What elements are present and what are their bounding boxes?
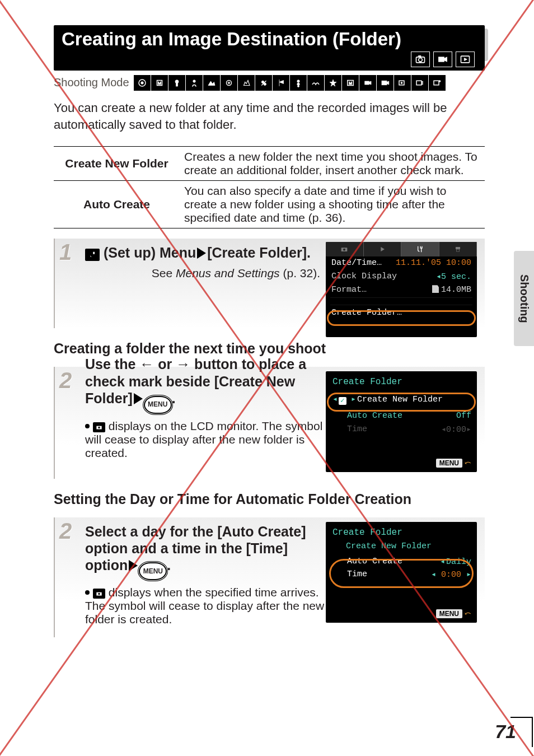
- svg-point-33: [98, 426, 100, 428]
- svg-rect-25: [434, 81, 439, 85]
- mode-icon-2: M: [151, 75, 168, 91]
- screen3-row2: Auto Create ◂Daily: [326, 553, 477, 568]
- svg-text:M: M: [157, 81, 161, 86]
- screen3-title: Create Folder: [326, 522, 477, 540]
- svg-point-35: [98, 593, 100, 595]
- screen3-menu-return: MENU⤺: [436, 608, 471, 618]
- mode-icon-4: [186, 75, 203, 91]
- mode-icon-6: [221, 75, 237, 91]
- step1-heading: (Set up) Menu[Create Folder].: [85, 244, 320, 261]
- page-number: 71: [495, 721, 516, 743]
- step2b-heading: Select a day for the [Auto Create] optio…: [85, 523, 320, 580]
- mode-icon-14: [359, 75, 376, 91]
- camera-screen-1: Date/Time… 11.11.'05 10:00 Clock Display…: [326, 242, 477, 337]
- row1-desc: Creates a new folder the next time you s…: [180, 147, 485, 181]
- screen2-row1: ◂✓▸Create New Folder: [326, 389, 477, 409]
- movie-icon: [433, 52, 452, 67]
- shooting-mode-row: Shooting Mode M M: [54, 75, 485, 91]
- svg-point-28: [343, 249, 345, 251]
- screen2-title: Create Folder: [326, 371, 477, 389]
- tools-icon: [85, 249, 100, 261]
- left-arrow-icon: ←: [139, 356, 154, 372]
- screen2-row3: Time ◂0:00▸: [326, 422, 477, 436]
- step-number: 2: [59, 368, 72, 393]
- row1-label: Create New Folder: [54, 147, 180, 181]
- screen-row-format: Format… 14.0MB: [326, 283, 477, 296]
- screen-row-create-folder: Create Folder…: [326, 306, 477, 319]
- svg-rect-24: [416, 81, 421, 85]
- camera-screen-3: Create Folder Create New Folder Auto Cre…: [326, 522, 477, 623]
- mode-icon-10: [290, 75, 307, 91]
- folder-cam-icon: [93, 422, 105, 432]
- options-table: Create New Folder Creates a new folder t…: [54, 146, 485, 228]
- mode-icon-16: [394, 75, 411, 91]
- step2a-subtext: displays on the LCD monitor. The symbol …: [85, 419, 326, 460]
- mode-icon-9: [273, 75, 289, 91]
- applicable-modes: [62, 52, 479, 67]
- screen2-menu-return: MENU⤺: [436, 458, 471, 468]
- svg-point-17: [297, 85, 299, 87]
- mode-icon-12: [325, 75, 341, 91]
- svg-point-16: [297, 83, 299, 86]
- svg-point-11: [193, 80, 195, 82]
- step-2b: 2 Select a day for the [Auto Create] opt…: [54, 517, 485, 637]
- row2-label: Auto Create: [54, 181, 180, 228]
- mode-icon-18: [429, 75, 446, 91]
- svg-rect-3: [439, 57, 444, 61]
- screen-row-datetime: Date/Time… 11.11.'05 10:00: [326, 256, 477, 269]
- step-2a: 2 document.currentScript.previousElement…: [54, 367, 485, 479]
- svg-point-23: [401, 82, 402, 83]
- mode-icon-3: [168, 75, 185, 91]
- svg-point-26: [439, 80, 441, 82]
- step2a-heading-real: Use the ← or → button to place a check m…: [85, 356, 320, 413]
- mode-icon-13: M: [342, 75, 359, 91]
- section-b-heading: Setting the Day or Time for Automatic Fo…: [54, 491, 485, 507]
- svg-rect-2: [419, 55, 421, 57]
- shooting-mode-label: Shooting Mode: [54, 76, 129, 89]
- tab-shoot-icon: [326, 242, 364, 256]
- svg-rect-30: [456, 247, 460, 249]
- step-number: 1: [59, 240, 72, 265]
- screen3-row3: Time ◂ 0:00 ▸: [326, 568, 477, 581]
- tab-setup-icon: [401, 242, 439, 256]
- mode-icon-5: [203, 75, 220, 91]
- mode-icon-11: [307, 75, 324, 91]
- mode-icon-1: [134, 75, 151, 91]
- shooting-mode-icons: M M: [134, 75, 446, 91]
- playback-icon: [456, 52, 475, 67]
- mode-icon-17: [411, 75, 428, 91]
- svg-marker-29: [381, 247, 385, 251]
- screen-row-clock: Clock Display ◂5 sec.: [326, 269, 477, 283]
- intro-text: You can create a new folder at any time …: [54, 100, 485, 134]
- menu-button-icon: MENU: [144, 396, 172, 414]
- step1-subtext: See Menus and Settings (p. 32).: [85, 267, 320, 280]
- right-arrow-icon: →: [176, 356, 190, 372]
- svg-text:M: M: [349, 81, 352, 85]
- svg-point-1: [419, 58, 423, 62]
- page-title: Creating an Image Destination (Folder): [62, 29, 401, 49]
- mode-icon-15: [377, 75, 394, 91]
- menu-button-icon: MENU: [139, 562, 167, 580]
- step-1: 1 (Set up) Menu[Create Folder]. See Menu…: [54, 239, 485, 328]
- triangle-icon: [129, 560, 138, 571]
- right-arrow-icon: [197, 248, 206, 259]
- camera-screen-2: Create Folder ◂✓▸Create New Folder Auto …: [326, 371, 477, 472]
- section-a-heading: Creating a folder the next time you shoo…: [54, 340, 485, 357]
- svg-rect-21: [382, 81, 387, 85]
- svg-point-15: [297, 80, 299, 82]
- tab-play-icon: [364, 242, 402, 256]
- side-tab: Shooting: [514, 251, 534, 346]
- mode-icon-8: [255, 75, 272, 91]
- page-heading: Creating an Image Destination (Folder): [54, 25, 485, 71]
- svg-point-6: [140, 81, 143, 84]
- screen2-row2: Auto Create Off: [326, 409, 477, 422]
- mode-icon-7: [238, 75, 255, 91]
- triangle-icon: [134, 393, 143, 404]
- screen3-row1: Create New Folder: [326, 540, 477, 553]
- step2b-subtext: displays when the specified time arrives…: [85, 586, 326, 626]
- svg-rect-10: [176, 83, 177, 86]
- svg-rect-20: [364, 81, 369, 85]
- camera-icon: [411, 52, 430, 67]
- row2-desc: You can also specify a date and time if …: [180, 181, 485, 228]
- folder-cam-icon: [93, 589, 105, 599]
